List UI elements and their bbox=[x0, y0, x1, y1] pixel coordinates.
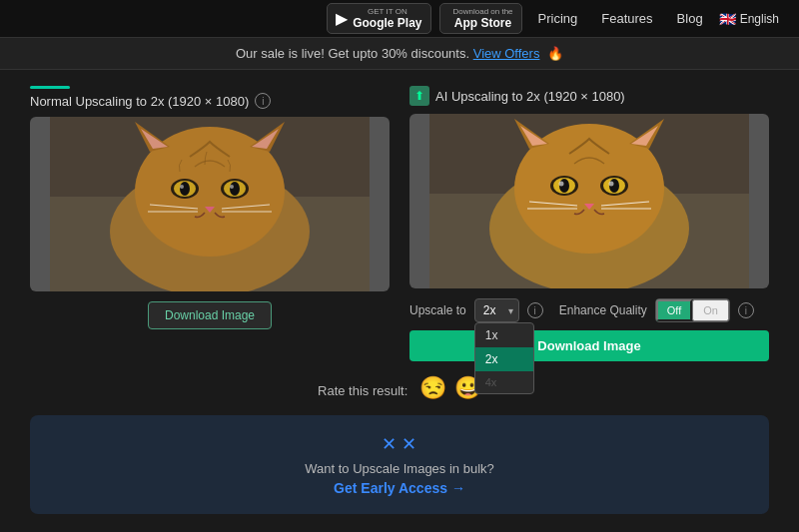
ai-download-button[interactable]: Download Image bbox=[409, 330, 769, 361]
ai-panel-title: AI Upscaling to 2x (1920 × 1080) bbox=[435, 89, 625, 104]
bulk-upscale-banner: ✕ ✕ Want to Upscale Images in bulk? Get … bbox=[30, 415, 769, 514]
upscale-option-1x[interactable]: 1x bbox=[475, 323, 533, 347]
fire-icon: 🔥 bbox=[547, 46, 563, 61]
svg-point-13 bbox=[230, 182, 240, 196]
view-offers-link[interactable]: View Offers bbox=[473, 46, 540, 61]
right-panel-controls: Upscale to 2x ▾ 1x 2x 4x i Enhance Quali… bbox=[409, 298, 769, 361]
svg-point-12 bbox=[180, 182, 190, 196]
bulk-text: Want to Upscale Images in bulk? bbox=[48, 461, 751, 476]
upscale-label: Upscale to bbox=[409, 303, 466, 317]
main-content: Normal Upscaling to 2x (1920 × 1080) i bbox=[0, 70, 799, 530]
sale-banner: Our sale is live! Get upto 30% discounts… bbox=[0, 38, 799, 70]
enhance-on-button[interactable]: On bbox=[692, 299, 729, 321]
ai-icon: ⬆ bbox=[409, 86, 429, 106]
language-selector[interactable]: 🇬🇧 English bbox=[719, 11, 779, 27]
sale-text: Our sale is live! Get upto 30% discounts… bbox=[236, 46, 469, 61]
google-play-sub: GET IT ON bbox=[353, 7, 421, 16]
upscale-dropdown-popup: 1x 2x 4x bbox=[474, 322, 534, 394]
app-store-button[interactable]: Download on the App Store bbox=[439, 3, 522, 34]
rating-label: Rate this result: bbox=[318, 383, 407, 398]
normal-cat-image bbox=[30, 117, 390, 291]
language-label: English bbox=[740, 12, 779, 26]
app-store-sub: Download on the bbox=[453, 7, 513, 16]
flag-icon: 🇬🇧 bbox=[719, 11, 736, 27]
rating-section: Rate this result: 😒 😀 bbox=[30, 375, 769, 401]
normal-info-icon[interactable]: i bbox=[255, 93, 271, 109]
enhance-info-icon[interactable]: i bbox=[738, 302, 754, 318]
upscale-option-4x[interactable]: 4x bbox=[475, 371, 533, 393]
enhance-toggle: Off On bbox=[655, 298, 730, 322]
google-play-button[interactable]: ▶ GET IT ON Google Play bbox=[327, 3, 430, 34]
normal-image-container bbox=[30, 117, 390, 291]
ai-image-container bbox=[409, 114, 769, 288]
normal-panel-title: Normal Upscaling to 2x (1920 × 1080) bbox=[30, 94, 249, 109]
enhance-label: Enhance Quality bbox=[559, 303, 647, 317]
left-panel-controls: Download Image bbox=[30, 301, 390, 329]
play-store-icon: ▶ bbox=[336, 9, 348, 28]
bulk-cta-link[interactable]: Get Early Access → bbox=[48, 480, 751, 496]
image-panels: Normal Upscaling to 2x (1920 × 1080) i bbox=[30, 86, 769, 361]
ai-upscale-panel: ⬆ AI Upscaling to 2x (1920 × 1080) bbox=[409, 86, 769, 361]
normal-upscale-panel: Normal Upscaling to 2x (1920 × 1080) i bbox=[30, 86, 390, 361]
app-store-main: App Store bbox=[453, 16, 513, 30]
svg-point-35 bbox=[559, 182, 564, 187]
svg-point-14 bbox=[180, 185, 184, 189]
bulk-icon: ✕ ✕ bbox=[48, 433, 751, 455]
navbar: ▶ GET IT ON Google Play Download on the … bbox=[0, 0, 799, 38]
normal-download-button[interactable]: Download Image bbox=[148, 301, 272, 329]
normal-panel-header: Normal Upscaling to 2x (1920 × 1080) i bbox=[30, 93, 390, 109]
svg-point-15 bbox=[230, 185, 234, 189]
ai-panel-header: ⬆ AI Upscaling to 2x (1920 × 1080) bbox=[409, 86, 769, 106]
blog-link[interactable]: Blog bbox=[669, 11, 711, 26]
upscale-select[interactable]: 2x bbox=[474, 298, 519, 322]
upscale-dropdown-container: 2x ▾ 1x 2x 4x bbox=[474, 298, 519, 322]
sad-rating-button[interactable]: 😒 bbox=[419, 375, 446, 401]
google-play-main: Google Play bbox=[353, 16, 421, 30]
svg-point-36 bbox=[609, 182, 614, 187]
rating-emojis: 😒 😀 bbox=[419, 375, 481, 401]
panel-underline bbox=[30, 86, 70, 89]
enhance-off-button[interactable]: Off bbox=[656, 299, 692, 321]
features-link[interactable]: Features bbox=[593, 11, 660, 26]
upscale-option-2x[interactable]: 2x bbox=[475, 347, 533, 371]
upscale-info-icon[interactable]: i bbox=[527, 302, 543, 318]
ai-cat-image bbox=[409, 114, 769, 288]
pricing-link[interactable]: Pricing bbox=[530, 11, 586, 26]
